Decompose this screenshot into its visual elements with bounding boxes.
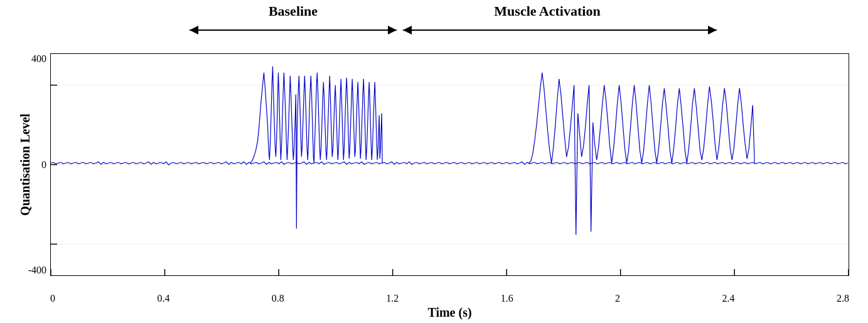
baseline-label: Baseline bbox=[268, 3, 317, 19]
svg-marker-1 bbox=[190, 26, 198, 34]
x-tick-04: 0.4 bbox=[157, 293, 169, 304]
annotation-area: Baseline Muscle Activation bbox=[0, 0, 868, 50]
x-tick-2: 2 bbox=[615, 293, 620, 304]
svg-marker-2 bbox=[388, 26, 397, 34]
muscle-activation-label: Muscle Activation bbox=[494, 3, 600, 19]
x-tick-16: 1.6 bbox=[501, 293, 513, 304]
x-tick-0: 0 bbox=[50, 293, 55, 304]
x-axis-label: Time (s) bbox=[50, 305, 849, 320]
y-tick-neg400: -400 bbox=[28, 265, 46, 276]
svg-marker-5 bbox=[708, 26, 717, 34]
x-tick-08: 0.8 bbox=[272, 293, 284, 304]
x-tick-24: 2.4 bbox=[722, 293, 735, 304]
plot-area bbox=[50, 53, 849, 276]
x-tick-labels: 0 0.4 0.8 1.2 1.6 2 2.4 2.8 bbox=[50, 293, 849, 304]
chart-container: Baseline Muscle Activation Quantisation … bbox=[0, 0, 868, 323]
y-tick-labels: 400 0 -400 bbox=[0, 53, 49, 276]
y-tick-400: 400 bbox=[31, 53, 46, 65]
signal-svg bbox=[51, 54, 849, 275]
y-tick-0: 0 bbox=[41, 159, 46, 171]
burst2-signal bbox=[529, 73, 754, 235]
x-tick-28: 2.8 bbox=[837, 293, 849, 304]
burst1-signal bbox=[250, 66, 383, 229]
svg-marker-4 bbox=[403, 26, 412, 34]
annotations-svg: Baseline Muscle Activation bbox=[177, 2, 742, 49]
x-tick-12: 1.2 bbox=[386, 293, 399, 304]
